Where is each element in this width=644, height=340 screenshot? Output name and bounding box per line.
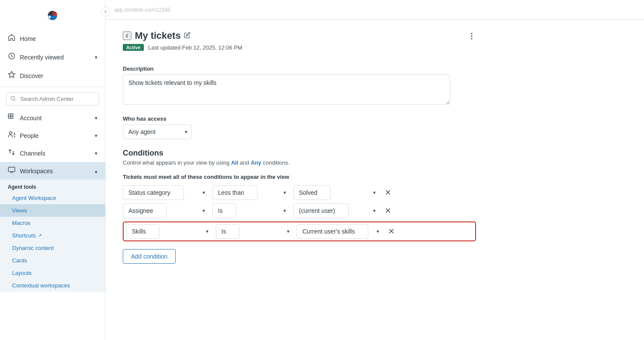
breadcrumb-text: app.zendesk.com/12345	[114, 7, 171, 13]
sidebar-item-label: Channels	[20, 150, 90, 157]
topbar: app.zendesk.com/12345	[106, 0, 644, 20]
chevron-up-icon: ▴	[95, 168, 97, 174]
field-select-wrap-2: Assignee	[123, 203, 209, 218]
status-row: Active Last updated Feb 12, 2025, 12:06 …	[123, 44, 242, 51]
sidebar-item-workspaces[interactable]: Workspaces ▴	[0, 162, 105, 180]
active-badge: Active	[123, 44, 144, 51]
svg-rect-3	[9, 114, 11, 116]
field-select-wrap-1: Status category	[123, 185, 209, 200]
page-header: My tickets Active Last updated Feb 12, 2…	[123, 30, 476, 63]
sidebar-item-macros[interactable]: Macros	[0, 217, 105, 229]
svg-rect-5	[9, 116, 11, 119]
condition-row: Status category Less than Solved ✕	[123, 185, 476, 200]
access-select[interactable]: Any agent	[123, 125, 192, 139]
conditions-subtitle: Tickets must meet all of these condition…	[123, 174, 476, 180]
sidebar-item-layouts[interactable]: Layouts	[0, 267, 105, 279]
condition-field-select-3[interactable]: Skills	[126, 224, 159, 239]
clock-icon	[8, 52, 16, 62]
sidebar-item-home[interactable]: Home	[0, 29, 105, 48]
external-link-icon: ↗	[38, 233, 42, 238]
search-input[interactable]	[6, 92, 99, 106]
field-select-wrap-3: Skills	[126, 224, 212, 239]
more-options-button[interactable]	[467, 32, 476, 43]
remove-condition-3-button[interactable]: ✕	[386, 225, 396, 238]
sidebar-item-cards[interactable]: Cards	[0, 254, 105, 267]
operator-select-wrap-3: Is	[216, 224, 293, 239]
contextual-workspaces-label: Contextual workspaces	[12, 282, 70, 289]
description-textarea[interactable]: Show tickets relevant to my skills	[123, 75, 450, 105]
logo	[0, 0, 105, 29]
condition-field-select-1[interactable]: Status category	[123, 185, 184, 200]
search-icon	[10, 95, 16, 103]
page-title-row: My tickets	[123, 30, 242, 41]
workspaces-subnav: Agent tools Agent Workspace Views Macros…	[0, 180, 105, 292]
remove-condition-1-button[interactable]: ✕	[383, 186, 393, 199]
sidebar-item-contextual-workspaces[interactable]: Contextual workspaces	[0, 279, 105, 292]
svg-point-9	[471, 33, 472, 34]
divider	[0, 87, 105, 87]
condition-row: Assignee Is (current user) ✕	[123, 203, 476, 218]
sidebar-item-channels[interactable]: Channels ▾	[0, 144, 105, 162]
conditions-desc: Control what appears in your view by usi…	[123, 159, 476, 166]
main-content-area: My tickets Active Last updated Feb 12, 2…	[106, 20, 644, 340]
operator-select-wrap-2: Is	[212, 203, 290, 218]
conditions-and-text: and	[240, 159, 251, 166]
people-icon	[8, 131, 16, 140]
add-condition-button[interactable]: Add condition	[123, 249, 176, 264]
account-icon	[8, 113, 16, 123]
layouts-label: Layouts	[12, 270, 32, 276]
dynamic-content-label: Dynamic content	[12, 245, 54, 251]
conditions-title: Conditions	[123, 149, 476, 158]
description-label: Description	[123, 66, 476, 72]
svg-rect-6	[11, 116, 13, 119]
condition-operator-select-1[interactable]: Less than	[212, 185, 258, 200]
cards-label: Cards	[12, 257, 27, 264]
sidebar-item-discover[interactable]: Discover	[0, 66, 105, 85]
access-select-wrap: Any agent	[123, 125, 192, 139]
sidebar-item-dynamic-content[interactable]: Dynamic content	[0, 242, 105, 254]
sidebar-item-label: Discover	[20, 72, 97, 79]
chevron-down-icon: ▾	[95, 115, 97, 121]
svg-rect-4	[11, 114, 13, 116]
star-icon	[8, 71, 16, 81]
sidebar-item-label: Home	[20, 35, 97, 42]
sidebar-item-views[interactable]: Views	[0, 204, 105, 217]
conditions-all-text: All	[231, 159, 238, 166]
workspaces-icon	[8, 166, 16, 176]
condition-value-select-2[interactable]: (current user)	[293, 203, 349, 218]
zendesk-logo-icon	[45, 8, 60, 23]
sidebar-item-label: Account	[20, 115, 90, 122]
condition-value-select-1[interactable]: Solved	[293, 185, 331, 200]
condition-operator-select-3[interactable]: Is	[216, 224, 240, 239]
agent-tools-title: Agent tools	[0, 180, 105, 192]
conditions-section: Conditions Control what appears in your …	[123, 149, 476, 264]
last-updated-text: Last updated Feb 12, 2025, 12:06 PM	[148, 44, 242, 51]
access-label: Who has access	[123, 115, 476, 122]
sidebar-item-recently-viewed[interactable]: Recently viewed ▾	[0, 48, 105, 66]
back-button[interactable]	[123, 31, 131, 40]
conditions-any-text: Any	[251, 159, 261, 166]
remove-condition-2-button[interactable]: ✕	[383, 204, 393, 217]
condition-operator-select-2[interactable]: Is	[212, 203, 236, 218]
svg-point-11	[471, 38, 472, 39]
sidebar-item-people[interactable]: People ▾	[0, 127, 105, 144]
description-group: Description Show tickets relevant to my …	[123, 66, 476, 106]
sidebar-item-shortcuts[interactable]: Shortcuts ↗	[0, 229, 105, 242]
condition-field-select-2[interactable]: Assignee	[123, 203, 167, 218]
condition-value-select-3[interactable]: Current user's skills	[297, 224, 368, 239]
conditions-desc-post: conditions.	[263, 159, 289, 166]
sidebar-item-label: Recently viewed	[20, 54, 90, 61]
agent-workspace-label: Agent Workspace	[12, 195, 56, 201]
svg-point-10	[471, 36, 472, 37]
sidebar-collapse-button[interactable]	[101, 7, 110, 16]
edit-icon[interactable]	[184, 32, 190, 40]
svg-marker-1	[9, 72, 15, 78]
svg-point-2	[11, 96, 14, 100]
sidebar-item-agent-workspace[interactable]: Agent Workspace	[0, 192, 105, 204]
sidebar: Home Recently viewed ▾ Discover	[0, 0, 106, 340]
macros-label: Macros	[12, 220, 31, 226]
sidebar-item-account[interactable]: Account ▾	[0, 109, 105, 127]
chevron-down-icon: ▾	[95, 54, 97, 60]
sidebar-item-label: People	[20, 132, 90, 139]
search-container	[6, 92, 99, 106]
